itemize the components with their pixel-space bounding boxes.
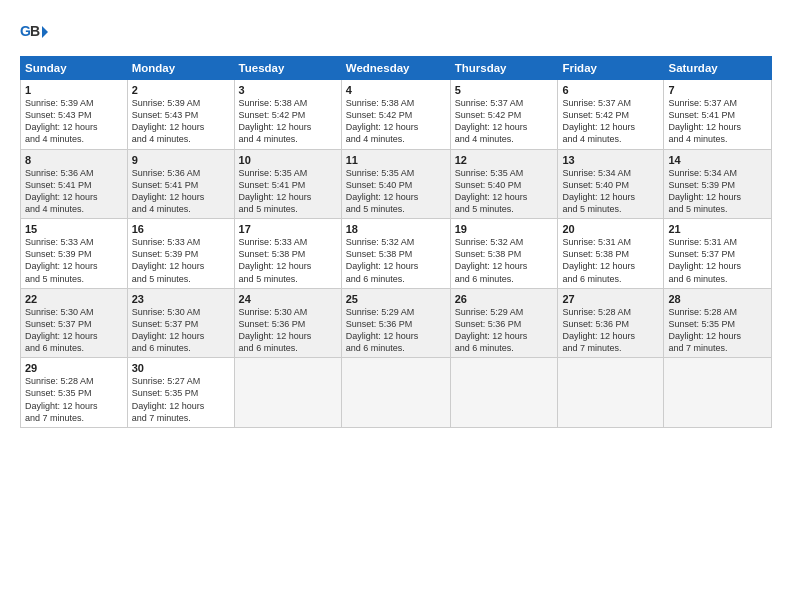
day-info: Sunrise: 5:35 AMSunset: 5:41 PMDaylight:…: [239, 168, 312, 214]
day-info: Sunrise: 5:36 AMSunset: 5:41 PMDaylight:…: [132, 168, 205, 214]
calendar-day-cell: 2Sunrise: 5:39 AMSunset: 5:43 PMDaylight…: [127, 80, 234, 150]
calendar-day-cell: [664, 358, 772, 428]
weekday-header: Wednesday: [341, 57, 450, 80]
day-number: 30: [132, 362, 230, 374]
day-info: Sunrise: 5:32 AMSunset: 5:38 PMDaylight:…: [346, 237, 419, 283]
calendar-day-cell: 1Sunrise: 5:39 AMSunset: 5:43 PMDaylight…: [21, 80, 128, 150]
day-number: 1: [25, 84, 123, 96]
calendar-day-cell: 12Sunrise: 5:35 AMSunset: 5:40 PMDayligh…: [450, 149, 558, 219]
day-number: 21: [668, 223, 767, 235]
day-info: Sunrise: 5:39 AMSunset: 5:43 PMDaylight:…: [25, 98, 98, 144]
day-info: Sunrise: 5:27 AMSunset: 5:35 PMDaylight:…: [132, 376, 205, 422]
calendar-week-row: 22Sunrise: 5:30 AMSunset: 5:37 PMDayligh…: [21, 288, 772, 358]
calendar-day-cell: 3Sunrise: 5:38 AMSunset: 5:42 PMDaylight…: [234, 80, 341, 150]
calendar-page: G B SundayMondayTuesdayWednesdayThursday…: [0, 0, 792, 612]
day-number: 16: [132, 223, 230, 235]
day-number: 27: [562, 293, 659, 305]
weekday-header-row: SundayMondayTuesdayWednesdayThursdayFrid…: [21, 57, 772, 80]
calendar-day-cell: 30Sunrise: 5:27 AMSunset: 5:35 PMDayligh…: [127, 358, 234, 428]
calendar-week-row: 15Sunrise: 5:33 AMSunset: 5:39 PMDayligh…: [21, 219, 772, 289]
calendar-day-cell: 16Sunrise: 5:33 AMSunset: 5:39 PMDayligh…: [127, 219, 234, 289]
day-info: Sunrise: 5:39 AMSunset: 5:43 PMDaylight:…: [132, 98, 205, 144]
calendar-day-cell: 22Sunrise: 5:30 AMSunset: 5:37 PMDayligh…: [21, 288, 128, 358]
calendar-day-cell: 6Sunrise: 5:37 AMSunset: 5:42 PMDaylight…: [558, 80, 664, 150]
day-info: Sunrise: 5:30 AMSunset: 5:36 PMDaylight:…: [239, 307, 312, 353]
day-info: Sunrise: 5:35 AMSunset: 5:40 PMDaylight:…: [455, 168, 528, 214]
day-number: 11: [346, 154, 446, 166]
day-info: Sunrise: 5:34 AMSunset: 5:40 PMDaylight:…: [562, 168, 635, 214]
calendar-week-row: 1Sunrise: 5:39 AMSunset: 5:43 PMDaylight…: [21, 80, 772, 150]
day-info: Sunrise: 5:33 AMSunset: 5:39 PMDaylight:…: [25, 237, 98, 283]
calendar-day-cell: 15Sunrise: 5:33 AMSunset: 5:39 PMDayligh…: [21, 219, 128, 289]
day-info: Sunrise: 5:28 AMSunset: 5:36 PMDaylight:…: [562, 307, 635, 353]
day-number: 15: [25, 223, 123, 235]
calendar-day-cell: 17Sunrise: 5:33 AMSunset: 5:38 PMDayligh…: [234, 219, 341, 289]
day-number: 20: [562, 223, 659, 235]
calendar-day-cell: 5Sunrise: 5:37 AMSunset: 5:42 PMDaylight…: [450, 80, 558, 150]
day-number: 19: [455, 223, 554, 235]
calendar-day-cell: [450, 358, 558, 428]
day-info: Sunrise: 5:37 AMSunset: 5:42 PMDaylight:…: [562, 98, 635, 144]
calendar-day-cell: 10Sunrise: 5:35 AMSunset: 5:41 PMDayligh…: [234, 149, 341, 219]
day-number: 26: [455, 293, 554, 305]
day-info: Sunrise: 5:38 AMSunset: 5:42 PMDaylight:…: [239, 98, 312, 144]
weekday-header: Sunday: [21, 57, 128, 80]
calendar-day-cell: 19Sunrise: 5:32 AMSunset: 5:38 PMDayligh…: [450, 219, 558, 289]
calendar-day-cell: [341, 358, 450, 428]
logo: G B: [20, 18, 52, 46]
day-number: 10: [239, 154, 337, 166]
day-number: 3: [239, 84, 337, 96]
calendar-day-cell: 18Sunrise: 5:32 AMSunset: 5:38 PMDayligh…: [341, 219, 450, 289]
calendar-day-cell: 23Sunrise: 5:30 AMSunset: 5:37 PMDayligh…: [127, 288, 234, 358]
day-info: Sunrise: 5:28 AMSunset: 5:35 PMDaylight:…: [668, 307, 741, 353]
calendar-week-row: 8Sunrise: 5:36 AMSunset: 5:41 PMDaylight…: [21, 149, 772, 219]
calendar-day-cell: [558, 358, 664, 428]
day-info: Sunrise: 5:29 AMSunset: 5:36 PMDaylight:…: [455, 307, 528, 353]
day-info: Sunrise: 5:30 AMSunset: 5:37 PMDaylight:…: [25, 307, 98, 353]
day-info: Sunrise: 5:32 AMSunset: 5:38 PMDaylight:…: [455, 237, 528, 283]
day-info: Sunrise: 5:31 AMSunset: 5:38 PMDaylight:…: [562, 237, 635, 283]
calendar-week-row: 29Sunrise: 5:28 AMSunset: 5:35 PMDayligh…: [21, 358, 772, 428]
day-number: 24: [239, 293, 337, 305]
day-info: Sunrise: 5:34 AMSunset: 5:39 PMDaylight:…: [668, 168, 741, 214]
day-info: Sunrise: 5:35 AMSunset: 5:40 PMDaylight:…: [346, 168, 419, 214]
calendar-day-cell: 29Sunrise: 5:28 AMSunset: 5:35 PMDayligh…: [21, 358, 128, 428]
calendar-day-cell: 13Sunrise: 5:34 AMSunset: 5:40 PMDayligh…: [558, 149, 664, 219]
calendar-day-cell: 9Sunrise: 5:36 AMSunset: 5:41 PMDaylight…: [127, 149, 234, 219]
calendar-day-cell: 28Sunrise: 5:28 AMSunset: 5:35 PMDayligh…: [664, 288, 772, 358]
day-info: Sunrise: 5:33 AMSunset: 5:39 PMDaylight:…: [132, 237, 205, 283]
day-number: 13: [562, 154, 659, 166]
day-number: 6: [562, 84, 659, 96]
calendar-day-cell: [234, 358, 341, 428]
weekday-header: Friday: [558, 57, 664, 80]
day-number: 14: [668, 154, 767, 166]
day-number: 4: [346, 84, 446, 96]
weekday-header: Thursday: [450, 57, 558, 80]
day-info: Sunrise: 5:29 AMSunset: 5:36 PMDaylight:…: [346, 307, 419, 353]
day-number: 2: [132, 84, 230, 96]
calendar-day-cell: 14Sunrise: 5:34 AMSunset: 5:39 PMDayligh…: [664, 149, 772, 219]
day-number: 5: [455, 84, 554, 96]
weekday-header: Saturday: [664, 57, 772, 80]
svg-marker-2: [42, 26, 48, 38]
day-info: Sunrise: 5:31 AMSunset: 5:37 PMDaylight:…: [668, 237, 741, 283]
day-number: 17: [239, 223, 337, 235]
calendar-day-cell: 25Sunrise: 5:29 AMSunset: 5:36 PMDayligh…: [341, 288, 450, 358]
calendar-body: 1Sunrise: 5:39 AMSunset: 5:43 PMDaylight…: [21, 80, 772, 428]
calendar-day-cell: 21Sunrise: 5:31 AMSunset: 5:37 PMDayligh…: [664, 219, 772, 289]
calendar-table: SundayMondayTuesdayWednesdayThursdayFrid…: [20, 56, 772, 428]
day-number: 28: [668, 293, 767, 305]
logo-icon: G B: [20, 18, 48, 46]
day-number: 25: [346, 293, 446, 305]
day-number: 12: [455, 154, 554, 166]
weekday-header: Monday: [127, 57, 234, 80]
calendar-day-cell: 4Sunrise: 5:38 AMSunset: 5:42 PMDaylight…: [341, 80, 450, 150]
day-number: 18: [346, 223, 446, 235]
calendar-day-cell: 11Sunrise: 5:35 AMSunset: 5:40 PMDayligh…: [341, 149, 450, 219]
day-info: Sunrise: 5:30 AMSunset: 5:37 PMDaylight:…: [132, 307, 205, 353]
calendar-day-cell: 7Sunrise: 5:37 AMSunset: 5:41 PMDaylight…: [664, 80, 772, 150]
day-info: Sunrise: 5:33 AMSunset: 5:38 PMDaylight:…: [239, 237, 312, 283]
calendar-day-cell: 27Sunrise: 5:28 AMSunset: 5:36 PMDayligh…: [558, 288, 664, 358]
weekday-header: Tuesday: [234, 57, 341, 80]
day-info: Sunrise: 5:37 AMSunset: 5:41 PMDaylight:…: [668, 98, 741, 144]
